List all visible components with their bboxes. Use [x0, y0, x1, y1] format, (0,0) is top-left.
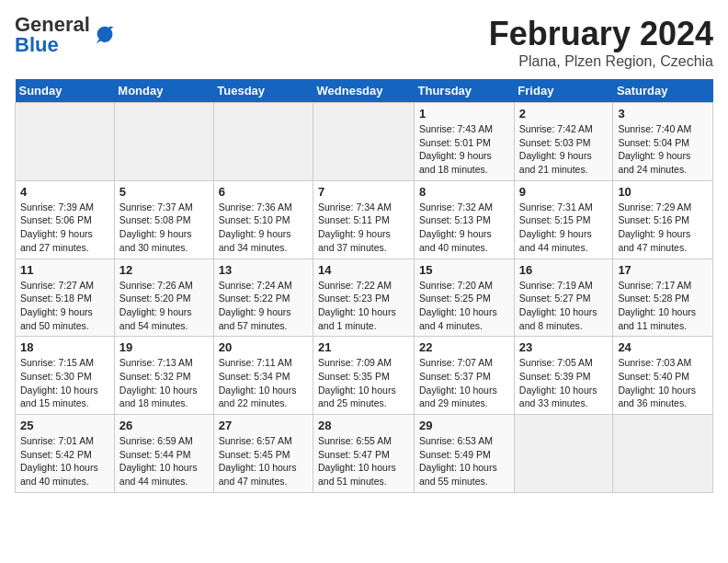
calendar-week-2: 4Sunrise: 7:39 AMSunset: 5:06 PMDaylight… [16, 180, 713, 259]
page-header: General Blue February 2024 Plana, Plzen … [15, 15, 713, 70]
day-number: 19 [119, 340, 209, 354]
logo-bird-icon [92, 22, 118, 48]
calendar-cell: 18Sunrise: 7:15 AMSunset: 5:30 PMDayligh… [16, 337, 115, 415]
day-number: 21 [318, 340, 409, 354]
weekday-header-wednesday: Wednesday [313, 79, 415, 103]
day-number: 17 [618, 263, 708, 277]
day-info: Sunrise: 7:39 AMSunset: 5:06 PMDaylight:… [20, 201, 109, 255]
logo-text: General Blue [15, 15, 90, 55]
calendar-cell [313, 103, 415, 181]
day-number: 3 [618, 107, 708, 121]
day-info: Sunrise: 7:37 AMSunset: 5:08 PMDaylight:… [119, 201, 209, 255]
day-info: Sunrise: 7:26 AMSunset: 5:20 PMDaylight:… [119, 279, 209, 333]
calendar-cell: 28Sunrise: 6:55 AMSunset: 5:47 PMDayligh… [313, 415, 415, 493]
day-info: Sunrise: 7:32 AMSunset: 5:13 PMDaylight:… [419, 201, 509, 255]
day-number: 24 [618, 340, 708, 354]
calendar-cell: 4Sunrise: 7:39 AMSunset: 5:06 PMDaylight… [16, 180, 115, 259]
day-info: Sunrise: 7:03 AMSunset: 5:40 PMDaylight:… [618, 356, 708, 410]
day-info: Sunrise: 6:59 AMSunset: 5:44 PMDaylight:… [119, 434, 209, 488]
calendar-cell: 17Sunrise: 7:17 AMSunset: 5:28 PMDayligh… [613, 259, 713, 337]
day-info: Sunrise: 7:05 AMSunset: 5:39 PMDaylight:… [519, 356, 609, 410]
day-number: 28 [318, 419, 409, 432]
calendar-cell: 10Sunrise: 7:29 AMSunset: 5:16 PMDayligh… [613, 180, 713, 259]
calendar-cell: 22Sunrise: 7:07 AMSunset: 5:37 PMDayligh… [415, 337, 515, 415]
calendar-cell: 21Sunrise: 7:09 AMSunset: 5:35 PMDayligh… [313, 337, 415, 415]
day-info: Sunrise: 7:11 AMSunset: 5:34 PMDaylight:… [219, 356, 308, 410]
day-number: 6 [219, 185, 308, 199]
calendar-cell: 25Sunrise: 7:01 AMSunset: 5:42 PMDayligh… [16, 415, 115, 493]
day-number: 8 [419, 185, 509, 199]
day-info: Sunrise: 7:40 AMSunset: 5:04 PMDaylight:… [618, 122, 708, 177]
calendar-cell: 7Sunrise: 7:34 AMSunset: 5:11 PMDaylight… [313, 180, 415, 259]
day-info: Sunrise: 7:22 AMSunset: 5:23 PMDaylight:… [318, 279, 409, 333]
day-info: Sunrise: 7:19 AMSunset: 5:27 PMDaylight:… [519, 279, 609, 333]
calendar-cell: 11Sunrise: 7:27 AMSunset: 5:18 PMDayligh… [16, 259, 115, 337]
calendar-cell: 9Sunrise: 7:31 AMSunset: 5:15 PMDaylight… [514, 180, 613, 259]
day-number: 23 [519, 340, 609, 354]
calendar-cell: 1Sunrise: 7:43 AMSunset: 5:01 PMDaylight… [415, 103, 515, 181]
day-info: Sunrise: 7:36 AMSunset: 5:10 PMDaylight:… [219, 201, 308, 255]
day-info: Sunrise: 7:01 AMSunset: 5:42 PMDaylight:… [20, 434, 109, 488]
calendar-cell: 8Sunrise: 7:32 AMSunset: 5:13 PMDaylight… [415, 180, 515, 259]
day-number: 4 [20, 185, 109, 199]
calendar-cell [213, 103, 313, 181]
calendar-week-1: 1Sunrise: 7:43 AMSunset: 5:01 PMDaylight… [16, 103, 713, 181]
calendar-cell: 6Sunrise: 7:36 AMSunset: 5:10 PMDaylight… [213, 180, 313, 259]
calendar-cell: 12Sunrise: 7:26 AMSunset: 5:20 PMDayligh… [114, 259, 213, 337]
day-info: Sunrise: 7:29 AMSunset: 5:16 PMDaylight:… [618, 201, 708, 255]
day-number: 16 [519, 263, 609, 277]
calendar-cell: 24Sunrise: 7:03 AMSunset: 5:40 PMDayligh… [613, 337, 713, 415]
day-info: Sunrise: 7:15 AMSunset: 5:30 PMDaylight:… [20, 356, 109, 410]
weekday-header-tuesday: Tuesday [213, 79, 313, 103]
logo: General Blue [15, 15, 118, 55]
day-info: Sunrise: 7:07 AMSunset: 5:37 PMDaylight:… [419, 356, 509, 410]
day-number: 12 [119, 263, 209, 277]
weekday-header-row: SundayMondayTuesdayWednesdayThursdayFrid… [16, 79, 713, 103]
calendar-cell: 23Sunrise: 7:05 AMSunset: 5:39 PMDayligh… [514, 337, 613, 415]
logo-blue: Blue [15, 33, 59, 56]
calendar-cell: 27Sunrise: 6:57 AMSunset: 5:45 PMDayligh… [213, 415, 313, 493]
day-info: Sunrise: 7:17 AMSunset: 5:28 PMDaylight:… [618, 279, 708, 333]
calendar-cell: 2Sunrise: 7:42 AMSunset: 5:03 PMDaylight… [514, 103, 613, 181]
day-number: 9 [519, 185, 609, 199]
day-number: 11 [20, 263, 109, 277]
calendar-body: 1Sunrise: 7:43 AMSunset: 5:01 PMDaylight… [16, 103, 713, 493]
calendar-week-3: 11Sunrise: 7:27 AMSunset: 5:18 PMDayligh… [16, 259, 713, 337]
day-number: 29 [419, 419, 509, 432]
weekday-header-saturday: Saturday [613, 79, 713, 103]
day-number: 7 [318, 185, 409, 199]
calendar-cell: 13Sunrise: 7:24 AMSunset: 5:22 PMDayligh… [213, 259, 313, 337]
weekday-header-friday: Friday [514, 79, 613, 103]
day-number: 10 [618, 185, 708, 199]
day-info: Sunrise: 7:31 AMSunset: 5:15 PMDaylight:… [519, 201, 609, 255]
calendar-cell [16, 103, 115, 181]
title-block: February 2024 Plana, Plzen Region, Czech… [489, 15, 713, 70]
calendar-week-4: 18Sunrise: 7:15 AMSunset: 5:30 PMDayligh… [16, 337, 713, 415]
weekday-header-monday: Monday [114, 79, 213, 103]
day-number: 14 [318, 263, 409, 277]
day-info: Sunrise: 6:55 AMSunset: 5:47 PMDaylight:… [318, 434, 409, 488]
day-number: 27 [219, 419, 308, 432]
weekday-header-sunday: Sunday [16, 79, 115, 103]
day-info: Sunrise: 7:34 AMSunset: 5:11 PMDaylight:… [318, 201, 409, 255]
calendar-header: SundayMondayTuesdayWednesdayThursdayFrid… [16, 79, 713, 103]
calendar-title: February 2024 [489, 15, 713, 53]
calendar-week-5: 25Sunrise: 7:01 AMSunset: 5:42 PMDayligh… [16, 415, 713, 493]
calendar-cell: 19Sunrise: 7:13 AMSunset: 5:32 PMDayligh… [114, 337, 213, 415]
calendar-cell [114, 103, 213, 181]
day-info: Sunrise: 7:20 AMSunset: 5:25 PMDaylight:… [419, 279, 509, 333]
calendar-cell: 5Sunrise: 7:37 AMSunset: 5:08 PMDaylight… [114, 180, 213, 259]
calendar-cell: 29Sunrise: 6:53 AMSunset: 5:49 PMDayligh… [415, 415, 515, 493]
day-info: Sunrise: 7:43 AMSunset: 5:01 PMDaylight:… [419, 122, 509, 177]
day-number: 2 [519, 107, 609, 121]
day-number: 22 [419, 340, 509, 354]
day-number: 1 [419, 107, 509, 121]
calendar-cell: 20Sunrise: 7:11 AMSunset: 5:34 PMDayligh… [213, 337, 313, 415]
day-number: 15 [419, 263, 509, 277]
calendar-cell: 3Sunrise: 7:40 AMSunset: 5:04 PMDaylight… [613, 103, 713, 181]
calendar-cell [514, 415, 613, 493]
calendar-cell [613, 415, 713, 493]
day-number: 18 [20, 340, 109, 354]
day-info: Sunrise: 7:13 AMSunset: 5:32 PMDaylight:… [119, 356, 209, 410]
day-info: Sunrise: 7:24 AMSunset: 5:22 PMDaylight:… [219, 279, 308, 333]
